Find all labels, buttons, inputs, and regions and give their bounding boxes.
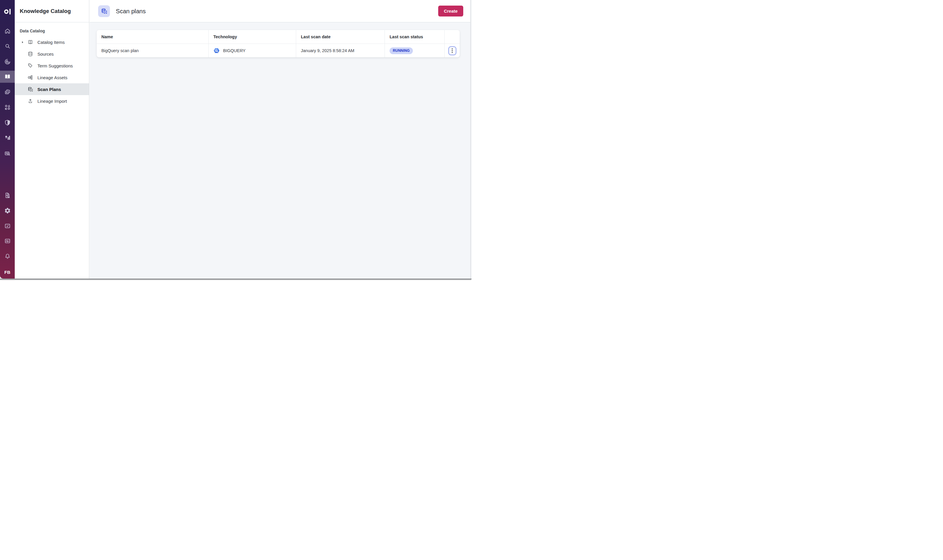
- cell-last-scan-date: January 9, 2025 8:58:24 AM: [296, 44, 385, 57]
- insights-chart-icon[interactable]: [0, 132, 15, 144]
- caret-right-icon[interactable]: [21, 41, 25, 44]
- logo-circle: [4, 9, 9, 14]
- bell-icon[interactable]: [0, 250, 15, 262]
- sidebar-item-lineage-import[interactable]: Lineage Import: [15, 95, 89, 107]
- tasks-icon[interactable]: [0, 220, 15, 232]
- scan-plans-table: Name Technology Last scan date Last scan…: [97, 30, 460, 57]
- page-header: Scan plans Create: [90, 0, 471, 22]
- column-header-name: Name: [97, 30, 208, 43]
- user-avatar[interactable]: FB: [0, 270, 15, 275]
- vertical-scrollbar[interactable]: [470, 0, 471, 278]
- monitoring-icon[interactable]: [0, 235, 15, 247]
- shield-icon[interactable]: [0, 117, 15, 128]
- home-icon[interactable]: [0, 25, 15, 37]
- sidebar-item-label: Catalog Items: [37, 40, 65, 45]
- column-header-last-scan-date: Last scan date: [296, 30, 385, 43]
- sidebar-item-label: Lineage Assets: [37, 75, 68, 80]
- cell-technology: BIGQUERY: [208, 44, 296, 57]
- tag-icon: [28, 63, 33, 69]
- sidebar-item-sources[interactable]: Sources: [15, 48, 89, 60]
- section-label: Data Catalog: [20, 29, 89, 33]
- app-window: FB Knowledge Catalog Data Catalog Catalo…: [0, 0, 471, 280]
- documents-icon[interactable]: [0, 86, 15, 98]
- database-icon: [28, 51, 33, 57]
- knowledge-catalog-book-icon[interactable]: [0, 71, 15, 83]
- book-open-icon: [28, 39, 33, 45]
- column-header-actions: [444, 30, 460, 43]
- column-header-technology: Technology: [208, 30, 296, 43]
- sidebar-item-catalog-items[interactable]: Catalog Items: [15, 36, 89, 48]
- cell-name: BigQuery scan plan: [97, 44, 208, 57]
- sidebar-item-label: Term Suggestions: [37, 63, 73, 68]
- cell-actions: [444, 44, 460, 57]
- bigquery-icon: [213, 48, 220, 54]
- column-header-last-scan-status: Last scan status: [385, 30, 444, 43]
- technology-label: BIGQUERY: [223, 48, 245, 53]
- master-data-icon[interactable]: [0, 101, 15, 113]
- status-badge: RUNNING: [390, 48, 413, 54]
- scan-plan-icon: [28, 86, 33, 92]
- upload-icon: [28, 98, 33, 104]
- horizontal-scrollbar[interactable]: [0, 278, 471, 280]
- data-quality-icon[interactable]: [0, 55, 15, 68]
- cell-last-scan-status: RUNNING: [385, 44, 444, 57]
- kebab-menu-button[interactable]: [448, 46, 457, 55]
- logo-bar: [9, 9, 11, 14]
- main-area: Scan plans Create Name Technology Last s…: [90, 0, 471, 278]
- sidebar: Knowledge Catalog Data Catalog Catalog I…: [15, 0, 89, 278]
- create-button[interactable]: Create: [438, 6, 463, 17]
- data-stories-icon[interactable]: [0, 148, 15, 159]
- sidebar-item-scan-plans[interactable]: Scan Plans: [15, 83, 89, 95]
- scan-plan-icon: [98, 5, 110, 17]
- lineage-icon: [28, 74, 33, 80]
- gear-icon[interactable]: [0, 205, 15, 216]
- page-title: Scan plans: [116, 8, 145, 15]
- sidebar-item-lineage-assets[interactable]: Lineage Assets: [15, 72, 89, 83]
- sidebar-item-label: Sources: [37, 52, 54, 57]
- sidebar-title: Knowledge Catalog: [15, 0, 89, 22]
- table-row[interactable]: BigQuery scan plan BIGQUERY: [97, 44, 460, 57]
- audit-document-icon[interactable]: [0, 189, 15, 201]
- sidebar-item-term-suggestions[interactable]: Term Suggestions: [15, 60, 89, 72]
- sidebar-item-label: Scan Plans: [37, 87, 61, 92]
- sidebar-item-label: Lineage Import: [37, 98, 67, 104]
- content-area: Name Technology Last scan date Last scan…: [90, 22, 471, 278]
- table-header-row: Name Technology Last scan date Last scan…: [97, 30, 460, 44]
- search-icon[interactable]: [0, 40, 15, 52]
- left-rail: FB: [0, 0, 15, 278]
- ataccama-one-logo-icon[interactable]: [0, 9, 15, 14]
